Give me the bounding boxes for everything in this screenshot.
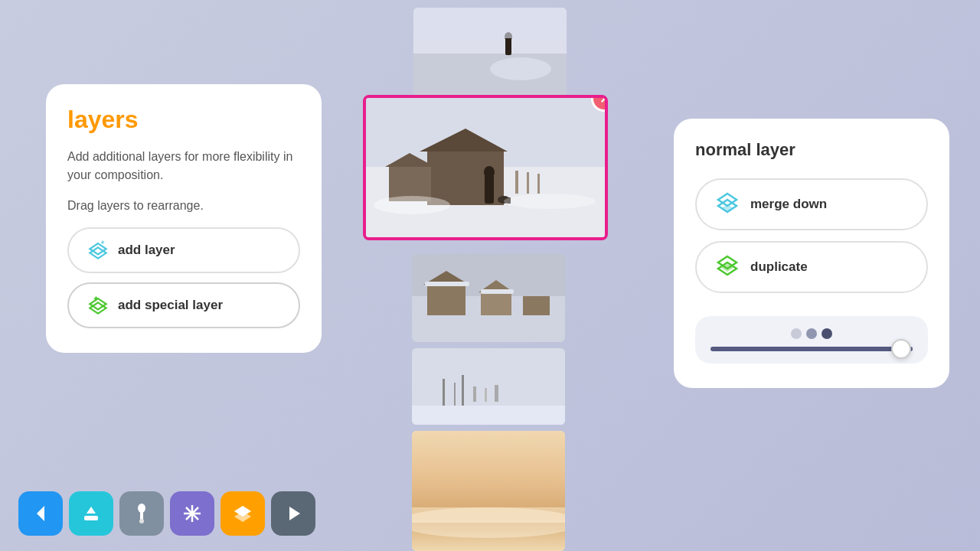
- play-button[interactable]: [271, 491, 315, 536]
- svg-rect-19: [515, 171, 518, 194]
- layer-painting-2: [412, 254, 565, 342]
- layer-painting-3: [412, 348, 565, 425]
- duplicate-label: duplicate: [750, 259, 808, 275]
- back-button[interactable]: [18, 491, 63, 536]
- svg-marker-67: [289, 507, 300, 520]
- dot-3: [822, 328, 832, 339]
- panel-title: layers: [67, 106, 300, 134]
- svg-point-27: [504, 194, 596, 209]
- svg-rect-34: [523, 296, 550, 315]
- duplicate-button[interactable]: duplicate: [695, 241, 928, 293]
- brush-button[interactable]: [119, 491, 164, 536]
- svg-rect-44: [412, 406, 565, 425]
- svg-text:✦: ✦: [93, 295, 100, 303]
- opacity-track[interactable]: [710, 347, 913, 351]
- svg-rect-35: [481, 289, 514, 294]
- svg-rect-40: [462, 375, 464, 406]
- merge-down-label: merge down: [750, 197, 827, 212]
- svg-rect-30: [427, 285, 466, 315]
- svg-rect-42: [485, 388, 487, 402]
- svg-rect-38: [443, 379, 445, 406]
- dots-indicator: [791, 328, 832, 339]
- layer-thumb-3[interactable]: [412, 348, 565, 425]
- svg-marker-56: [87, 507, 96, 514]
- svg-rect-43: [495, 385, 498, 402]
- add-special-layer-label: add special layer: [118, 298, 223, 313]
- snowflake-button[interactable]: [170, 491, 214, 536]
- svg-rect-55: [84, 516, 98, 520]
- svg-point-26: [374, 196, 450, 214]
- snowflake-icon: [181, 502, 204, 525]
- layer-thumb-active[interactable]: ✕: [363, 95, 608, 240]
- brush-icon: [130, 502, 153, 525]
- save-button[interactable]: [69, 491, 113, 536]
- svg-point-47: [412, 507, 565, 538]
- svg-rect-21: [537, 174, 540, 194]
- dot-1: [791, 328, 802, 339]
- layer-thumb-4[interactable]: [412, 431, 565, 551]
- duplicate-icon: [714, 253, 741, 281]
- svg-rect-11: [413, 8, 567, 38]
- svg-rect-39: [454, 383, 456, 406]
- layer-thumb-top[interactable]: [413, 8, 567, 96]
- svg-marker-50: [721, 204, 733, 212]
- opacity-thumb[interactable]: [891, 339, 911, 359]
- panel-desc-1: Add additional layers for more flexibili…: [67, 148, 300, 184]
- svg-marker-54: [37, 506, 44, 521]
- bottom-toolbar: [18, 491, 315, 536]
- layer-painting-active: [366, 98, 605, 237]
- panel-desc-2: Drag layers to rearrange.: [67, 197, 300, 215]
- normal-layer-title: normal layer: [695, 140, 928, 160]
- svg-point-64: [190, 511, 194, 516]
- svg-point-8: [490, 57, 551, 80]
- svg-marker-1: [90, 247, 106, 258]
- svg-rect-41: [473, 386, 476, 402]
- layers-panel: layers Add additional layers for more fl…: [46, 84, 322, 353]
- svg-rect-32: [481, 292, 511, 315]
- layer-painting-top: [413, 8, 567, 96]
- layers-button[interactable]: [220, 491, 265, 536]
- opacity-slider-area: [695, 316, 928, 364]
- svg-rect-36: [425, 282, 469, 286]
- save-icon: [80, 502, 103, 525]
- add-special-layer-button[interactable]: ✦ add special layer: [67, 282, 300, 328]
- add-layer-icon: +: [86, 238, 110, 262]
- layer-thumb-2[interactable]: [412, 254, 565, 342]
- dot-2: [806, 328, 817, 339]
- svg-rect-20: [527, 172, 529, 194]
- svg-text:+: +: [101, 239, 105, 246]
- merge-down-icon: [714, 191, 741, 218]
- back-icon: [29, 502, 52, 525]
- svg-rect-22: [485, 174, 494, 204]
- merge-down-button[interactable]: merge down: [695, 178, 928, 230]
- special-layer-icon: ✦: [86, 293, 110, 318]
- add-layer-button[interactable]: + add layer: [67, 227, 300, 273]
- svg-point-23: [484, 166, 495, 178]
- svg-point-59: [139, 519, 144, 523]
- layers-toolbar-icon: [231, 502, 254, 525]
- svg-marker-4: [90, 302, 106, 313]
- play-icon: [282, 502, 305, 525]
- add-layer-label: add layer: [118, 243, 175, 258]
- layer-painting-4: [412, 431, 565, 551]
- layer-options-panel: normal layer merge down duplicate: [674, 119, 949, 388]
